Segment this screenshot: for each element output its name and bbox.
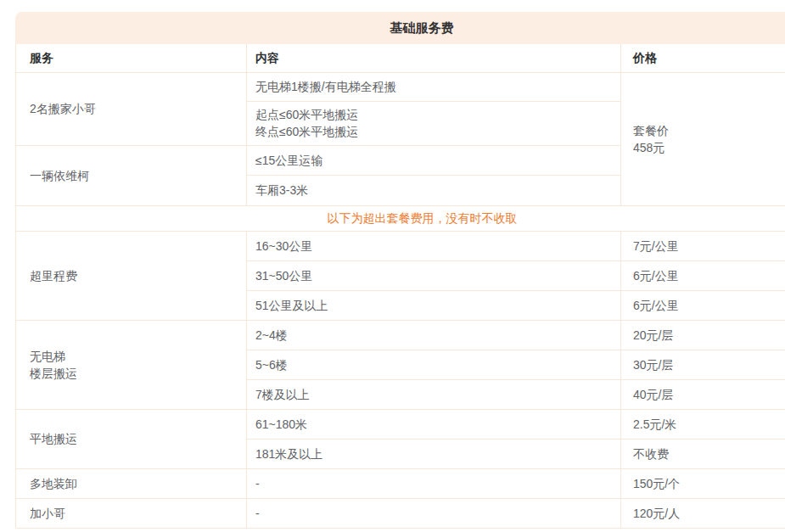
content-line: 终点≤60米平地搬运 (255, 123, 614, 140)
price-cell: 7元/公里 (621, 231, 785, 260)
header-row: 服务 内容 价格 (16, 44, 785, 72)
content-cell: 2~4楼 (247, 320, 621, 350)
content-cell: 起点≤60米平地搬运 终点≤60米平地搬运 (247, 101, 621, 145)
price-cell: 40元/层 (621, 379, 785, 409)
content-cell: 5~6楼 (247, 350, 621, 379)
page: { "colors": { "accent_bg": "#fdeee3", "t… (0, 0, 785, 532)
content-cell: - (247, 468, 621, 498)
price-cell: 120元/人 (621, 498, 785, 528)
content-cell: ≤15公里运输 (247, 145, 621, 175)
service-cell-extra-mover: 加小哥 (16, 498, 247, 528)
service-cell-flat-ground: 平地搬运 (16, 409, 247, 468)
price-cell: 150元/个 (621, 468, 785, 498)
table-row: 多地装卸 - 150元/个 (16, 468, 785, 498)
table-row: 加小哥 - 120元/人 (16, 498, 785, 528)
header-service: 服务 (16, 44, 247, 72)
header-price: 价格 (621, 44, 785, 72)
service-cell-truck: 一辆依维柯 (16, 145, 247, 205)
header-content: 内容 (247, 44, 621, 72)
note-row: 以下为超出套餐费用，没有时不收取 (16, 205, 785, 231)
table-row: 2名搬家小哥 无电梯1楼搬/有电梯全程搬 套餐价 458元 (16, 72, 785, 101)
content-cell: 无电梯1楼搬/有电梯全程搬 (247, 72, 621, 101)
price-cell: 2.5元/米 (621, 409, 785, 439)
price-cell: 6元/公里 (621, 260, 785, 290)
basic-service-fee-card: 基础服务费 服务 内容 价格 2名搬家小哥 无电梯1楼搬/有电梯全程搬 套餐价 … (15, 12, 785, 529)
package-price-label: 套餐价 (633, 122, 785, 139)
content-cell: 61~180米 (247, 409, 621, 439)
content-cell: 51公里及以上 (247, 290, 621, 320)
service-line: 楼层搬运 (30, 365, 239, 382)
price-cell: 6元/公里 (621, 290, 785, 320)
service-cell-mileage: 超里程费 (16, 231, 247, 320)
content-cell: 16~30公里 (247, 231, 621, 260)
service-cell-floors: 无电梯 楼层搬运 (16, 320, 247, 409)
content-cell: 181米及以上 (247, 439, 621, 468)
service-cell-multi-location: 多地装卸 (16, 468, 247, 498)
content-cell: 车厢3-3米 (247, 175, 621, 205)
card-title: 基础服务费 (15, 12, 785, 44)
price-cell: 20元/层 (621, 320, 785, 350)
service-line: 无电梯 (30, 348, 239, 365)
service-cell-movers: 2名搬家小哥 (16, 72, 247, 145)
content-line: 起点≤60米平地搬运 (255, 106, 614, 123)
fee-table: 服务 内容 价格 2名搬家小哥 无电梯1楼搬/有电梯全程搬 套餐价 458元 起… (15, 44, 785, 529)
package-price-value: 458元 (633, 139, 785, 156)
overage-note: 以下为超出套餐费用，没有时不收取 (16, 205, 785, 231)
price-cell: 30元/层 (621, 350, 785, 379)
content-cell: - (247, 498, 621, 528)
table-row: 无电梯 楼层搬运 2~4楼 20元/层 (16, 320, 785, 350)
content-cell: 7楼及以上 (247, 379, 621, 409)
table-row: 超里程费 16~30公里 7元/公里 (16, 231, 785, 260)
price-cell: 不收费 (621, 439, 785, 468)
package-price-cell: 套餐价 458元 (621, 72, 785, 205)
table-row: 平地搬运 61~180米 2.5元/米 (16, 409, 785, 439)
content-cell: 31~50公里 (247, 260, 621, 290)
